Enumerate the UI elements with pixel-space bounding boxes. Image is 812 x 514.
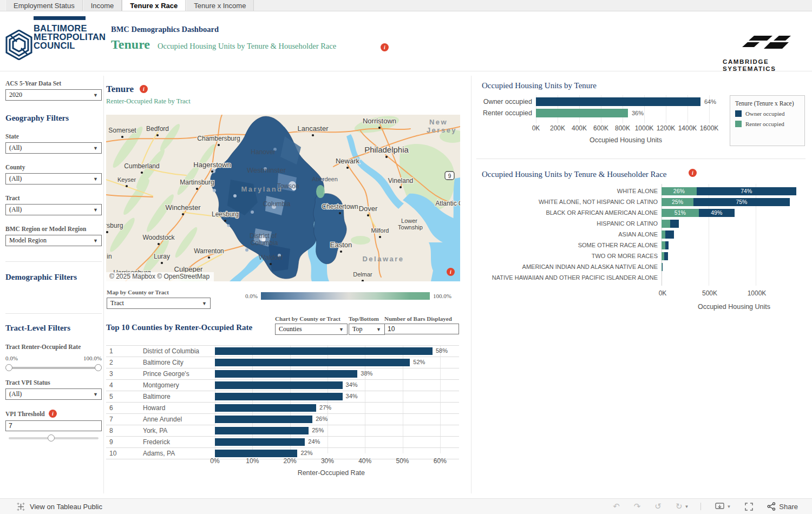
info-icon[interactable]: i (447, 268, 455, 276)
row-county-name: Baltimore (143, 393, 171, 400)
acs-year-select[interactable]: 2020▼ (5, 89, 102, 101)
map-label-delmar: Delmar (353, 271, 372, 278)
fullscreen-button[interactable] (745, 503, 753, 511)
stacked-bar-segment[interactable]: 75% (693, 198, 789, 206)
map-label-milford: Milford (371, 227, 389, 234)
stacked-bar-segment[interactable] (670, 220, 679, 228)
map-label-philadelphia: Philadelphia (364, 145, 409, 154)
map-label-lower: Lower (401, 218, 417, 224)
number-of-bars-displayed-label: Number of Bars Displayed (384, 315, 452, 322)
map-attribution[interactable]: © 2025 Mapbox © OpenStreetMap (106, 272, 214, 281)
bar[interactable] (215, 438, 305, 446)
stacked-bar-segment[interactable] (662, 263, 663, 271)
vpi-threshold-slider[interactable] (5, 434, 102, 442)
bar[interactable] (215, 427, 309, 434)
map-label-westminster: Westminster (247, 166, 286, 174)
map-label-newark: Newark (336, 157, 360, 165)
map-label-chambersburg: Chambersburg (197, 135, 240, 142)
bar[interactable] (215, 347, 433, 355)
map-by-select[interactable]: Tract▼ (107, 298, 211, 309)
undo-button[interactable]: ↶ (613, 502, 620, 511)
stacked-bar-segment[interactable]: 51% (662, 209, 699, 217)
stacked-bar-segment[interactable]: 49% (699, 209, 735, 217)
vpi-threshold-input[interactable] (5, 420, 102, 431)
refresh-button[interactable]: ↻▼ (676, 502, 689, 511)
map-label-easton: Easton (330, 241, 352, 249)
toolbar-separator (700, 503, 701, 510)
table-row: 1District of Columbia58% (106, 345, 459, 357)
map-title: Tenure (106, 84, 134, 95)
bar[interactable] (215, 370, 357, 378)
region-map[interactable]: 9 SomersetBedfordLancasterNorristownNewJ… (106, 115, 460, 281)
legend-item[interactable]: Owner occupied (735, 110, 800, 117)
bar[interactable] (215, 416, 312, 423)
row-rank: 2 (109, 359, 113, 366)
renter-rate-min: 0.0% (5, 355, 18, 361)
stacked-bar-segment[interactable] (662, 220, 670, 228)
info-icon[interactable]: i (140, 85, 148, 93)
bar-value-label: 34% (346, 393, 358, 399)
sheet-tab-tenure-x-income[interactable]: Tenure x Income (186, 0, 254, 11)
info-icon[interactable]: i (49, 410, 57, 418)
bar[interactable] (215, 404, 316, 412)
x-tick-label: 40% (357, 457, 372, 465)
bar-value-label: 52% (413, 359, 425, 365)
map-label-township: Township (398, 224, 423, 230)
x-tick-label: 1200K (656, 124, 676, 132)
bar[interactable] (215, 359, 410, 366)
map-city-dot (379, 236, 381, 238)
map-city-dot (218, 144, 220, 146)
bar[interactable] (215, 381, 343, 389)
renter-rate-range-slider[interactable] (5, 364, 102, 372)
reset-button[interactable]: ↺ (654, 502, 662, 511)
sheet-tab-employment-status[interactable]: Employment Status (5, 0, 83, 11)
slider-handle[interactable] (48, 434, 55, 441)
map-city-dot (158, 243, 160, 245)
bar[interactable] (215, 393, 343, 400)
tract-select[interactable]: (All)▼ (5, 204, 102, 215)
download-button[interactable]: ▼ (715, 503, 731, 511)
bar[interactable] (536, 109, 628, 117)
sheet-tab-income[interactable]: Income (83, 0, 122, 11)
county-select[interactable]: (All)▼ (5, 173, 102, 184)
sidebar-divider (103, 76, 104, 493)
sheet-tab-tenure-x-race[interactable]: Tenure x Race (122, 0, 186, 11)
range-slider-left-handle[interactable] (5, 364, 12, 371)
bar[interactable] (536, 97, 700, 106)
stacked-bar-segment[interactable] (664, 252, 668, 260)
map-label-chestertown: Chestertown (322, 203, 358, 210)
view-on-tableau-public[interactable]: View on Tableau Public (16, 502, 102, 511)
number-of-bars-displayed-input[interactable] (384, 324, 459, 334)
stacked-bar-segment[interactable] (665, 241, 669, 249)
column-divider (471, 76, 472, 493)
info-icon[interactable]: i (689, 169, 697, 177)
map-label-martinsburg: Martinsburg (180, 179, 214, 186)
range-slider-right-handle[interactable] (95, 364, 102, 371)
top-bottom-select[interactable]: Top▼ (349, 324, 385, 335)
x-tick-label: 800K (613, 124, 632, 132)
legend-item[interactable]: Renter occupied (735, 121, 800, 127)
stacked-bar-segment[interactable] (662, 241, 665, 249)
bar[interactable] (215, 450, 297, 457)
chart-by-county-or-tract-select[interactable]: Counties▼ (275, 324, 348, 335)
page-subtitle: Occupied Housing Units by Tenure & House… (158, 42, 336, 51)
stacked-bar-segment[interactable] (665, 230, 675, 239)
stacked-bar-segment[interactable]: 74% (697, 187, 796, 195)
share-button[interactable]: Share (767, 502, 798, 511)
state-select[interactable]: (All)▼ (5, 142, 102, 154)
bmc-region-or-model-region-select[interactable]: Model Region▼ (5, 235, 102, 246)
row-category-label: NATIVE HAWAIIAN AND OTHER PACIFIC ISLAND… (476, 274, 658, 281)
stacked-bar-segment[interactable]: 25% (662, 198, 693, 206)
stacked-bar-segment[interactable]: 26% (662, 187, 697, 195)
vpi-status-select[interactable]: (All)▼ (5, 388, 102, 400)
info-icon[interactable]: i (381, 43, 389, 51)
map-label-norristown: Norristown (363, 117, 396, 125)
x-axis-title: Occupied Housing Units (662, 303, 807, 311)
stacked-bar-segment[interactable] (662, 230, 665, 239)
bmc-region-or-model-region-filter-label: BMC Region or Model Region (5, 226, 102, 232)
sidebar-divider-line (5, 313, 102, 314)
bar-value-label: 24% (308, 438, 320, 445)
redo-button[interactable]: ↷ (634, 502, 641, 511)
color-scale-gradient[interactable] (261, 292, 430, 300)
map-city-dot (182, 213, 184, 215)
